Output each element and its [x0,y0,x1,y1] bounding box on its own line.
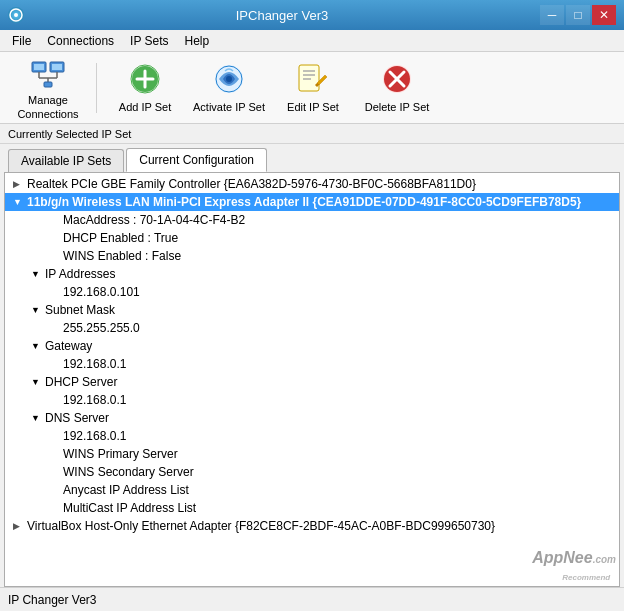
tree-row[interactable]: 192.168.0.1 [5,355,619,373]
tree-row[interactable]: 192.168.0.101 [5,283,619,301]
tree-row[interactable]: ▶VirtualBox Host-Only Ethernet Adapter {… [5,517,619,535]
tree-label: 192.168.0.101 [63,285,140,299]
svg-point-1 [14,13,18,17]
tree-row[interactable]: MultiCast IP Address List [5,499,619,517]
tree-row[interactable]: ▼Subnet Mask [5,301,619,319]
delete-ip-set-icon [379,61,415,97]
status-text: Currently Selected IP Set [8,128,131,140]
window-title: IPChanger Ver3 [24,8,540,23]
delete-ip-set-button[interactable]: Delete IP Set [357,58,437,118]
tree-label: Gateway [45,339,92,353]
edit-ip-set-icon [295,61,331,97]
tree-arrow[interactable]: ▼ [31,305,45,315]
bottom-status-text: IP Changer Ver3 [8,593,97,607]
tree-arrow[interactable]: ▼ [13,197,27,207]
tree-row[interactable]: ▼IP Addresses [5,265,619,283]
tree-label: VirtualBox Host-Only Ethernet Adapter {F… [27,519,495,533]
svg-point-17 [226,76,232,82]
tab-available[interactable]: Available IP Sets [8,149,124,172]
tree-arrow[interactable]: ▼ [31,341,45,351]
tree-arrow[interactable]: ▼ [31,377,45,387]
app-icon [8,7,24,23]
tree-row[interactable]: WINS Primary Server [5,445,619,463]
activate-ip-set-icon [211,61,247,97]
activate-ip-set-button[interactable]: Activate IP Set [189,58,269,118]
tree-label: 192.168.0.1 [63,357,126,371]
svg-rect-18 [299,65,319,91]
tree-row[interactable]: ▼11b/g/n Wireless LAN Mini-PCI Express A… [5,193,619,211]
manage-connections-icon [30,54,66,90]
tree-row[interactable]: 192.168.0.1 [5,427,619,445]
edit-ip-set-button[interactable]: Edit IP Set [273,58,353,118]
tree-arrow[interactable]: ▶ [13,179,27,189]
tree-label: MacAddress : 70-1A-04-4C-F4-B2 [63,213,245,227]
bottom-status-bar: IP Changer Ver3 [0,587,624,611]
tree-label: MultiCast IP Address List [63,501,196,515]
tree-label: DHCP Enabled : True [63,231,178,245]
tree-row[interactable]: DHCP Enabled : True [5,229,619,247]
tree-row[interactable]: ▶Realtek PCIe GBE Family Controller {EA6… [5,175,619,193]
menu-item-ip sets[interactable]: IP Sets [122,32,176,50]
add-ip-set-label: Add IP Set [119,101,171,114]
tree-row[interactable]: MacAddress : 70-1A-04-4C-F4-B2 [5,211,619,229]
tree-row[interactable]: WINS Enabled : False [5,247,619,265]
tree-arrow[interactable]: ▶ [13,521,27,531]
delete-ip-set-label: Delete IP Set [365,101,430,114]
tree-label: DNS Server [45,411,109,425]
tree-label: Subnet Mask [45,303,115,317]
minimize-button[interactable]: ─ [540,5,564,25]
tree-arrow[interactable]: ▼ [31,269,45,279]
tree-label: Anycast IP Address List [63,483,189,497]
tree-row[interactable]: ▼Gateway [5,337,619,355]
tree-label: DHCP Server [45,375,117,389]
menu-bar: FileConnectionsIP SetsHelp [0,30,624,52]
tree-label: 255.255.255.0 [63,321,140,335]
menu-item-file[interactable]: File [4,32,39,50]
edit-ip-set-label: Edit IP Set [287,101,339,114]
title-bar: IPChanger Ver3 ─ □ ✕ [0,0,624,30]
tree-view[interactable]: ▶Realtek PCIe GBE Family Controller {EA6… [4,173,620,587]
tree-row[interactable]: Anycast IP Address List [5,481,619,499]
svg-rect-10 [44,82,52,87]
add-ip-set-icon [127,61,163,97]
tab-current[interactable]: Current Configuration [126,148,267,172]
manage-connections-label: Manage Connections [12,94,84,120]
tree-label: 192.168.0.1 [63,429,126,443]
tree-label: 192.168.0.1 [63,393,126,407]
menu-item-help[interactable]: Help [177,32,218,50]
svg-rect-3 [34,64,44,70]
maximize-button[interactable]: □ [566,5,590,25]
window-controls: ─ □ ✕ [540,5,616,25]
toolbar-separator-1 [96,63,97,113]
svg-rect-5 [52,64,62,70]
tree-label: WINS Enabled : False [63,249,181,263]
tree-label: IP Addresses [45,267,116,281]
tree-label: 11b/g/n Wireless LAN Mini-PCI Express Ad… [27,195,581,209]
tree-label: WINS Secondary Server [63,465,194,479]
tree-row[interactable]: 255.255.255.0 [5,319,619,337]
toolbar: Manage Connections Add IP Set [0,52,624,124]
tree-row[interactable]: WINS Secondary Server [5,463,619,481]
manage-connections-button[interactable]: Manage Connections [8,58,88,118]
status-bar: Currently Selected IP Set [0,124,624,144]
tree-label: WINS Primary Server [63,447,178,461]
tabs-container: Available IP Sets Current Configuration [4,144,620,173]
tree-row[interactable]: 192.168.0.1 [5,391,619,409]
activate-ip-set-label: Activate IP Set [193,101,265,114]
menu-item-connections[interactable]: Connections [39,32,122,50]
close-button[interactable]: ✕ [592,5,616,25]
add-ip-set-button[interactable]: Add IP Set [105,58,185,118]
tree-row[interactable]: ▼DHCP Server [5,373,619,391]
tree-label: Realtek PCIe GBE Family Controller {EA6A… [27,177,476,191]
tree-arrow[interactable]: ▼ [31,413,45,423]
tree-row[interactable]: ▼DNS Server [5,409,619,427]
